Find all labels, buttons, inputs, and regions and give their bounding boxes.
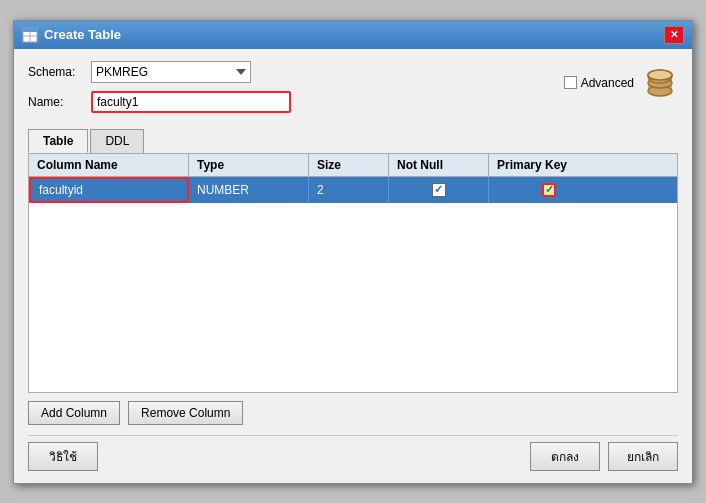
dialog-body: Schema: PKMREG Name: Advanced bbox=[14, 49, 692, 483]
cell-not-null[interactable]: ✓ bbox=[389, 177, 489, 203]
advanced-checkbox[interactable] bbox=[564, 76, 577, 89]
remove-column-button[interactable]: Remove Column bbox=[128, 401, 243, 425]
column-buttons: Add Column Remove Column bbox=[28, 401, 678, 425]
cell-size[interactable]: 2 bbox=[309, 177, 389, 203]
name-input[interactable] bbox=[91, 91, 291, 113]
col-header-type: Type bbox=[189, 154, 309, 176]
col-header-name: Column Name bbox=[29, 154, 189, 176]
schema-label: Schema: bbox=[28, 65, 83, 79]
schema-select[interactable]: PKMREG bbox=[91, 61, 251, 83]
dialog-title: Create Table bbox=[44, 27, 121, 42]
svg-point-9 bbox=[648, 70, 672, 80]
name-label: Name: bbox=[28, 95, 83, 109]
table-icon bbox=[22, 27, 38, 43]
title-bar: Create Table ✕ bbox=[14, 21, 692, 49]
not-null-checkbox[interactable]: ✓ bbox=[432, 183, 446, 197]
footer-right: ตกลง ยกเลิก bbox=[530, 442, 678, 471]
cell-type[interactable]: NUMBER bbox=[189, 177, 309, 203]
table-header: Column Name Type Size Not Null Primary K… bbox=[29, 154, 677, 177]
tab-ddl[interactable]: DDL bbox=[90, 129, 144, 153]
advanced-label: Advanced bbox=[581, 76, 634, 90]
ok-button[interactable]: ตกลง bbox=[530, 442, 600, 471]
col-header-pk: Primary Key bbox=[489, 154, 609, 176]
svg-rect-1 bbox=[23, 28, 37, 32]
close-button[interactable]: ✕ bbox=[664, 26, 684, 44]
cell-column-name[interactable]: facultyid bbox=[29, 177, 189, 203]
add-column-button[interactable]: Add Column bbox=[28, 401, 120, 425]
tab-table[interactable]: Table bbox=[28, 129, 88, 153]
tabs-container: Table DDL bbox=[28, 129, 678, 153]
primary-key-checkbox[interactable]: ✓ bbox=[542, 183, 556, 197]
database-icon bbox=[642, 65, 678, 101]
columns-table: Column Name Type Size Not Null Primary K… bbox=[28, 153, 678, 393]
col-header-notnull: Not Null bbox=[389, 154, 489, 176]
cancel-button[interactable]: ยกเลิก bbox=[608, 442, 678, 471]
table-body: facultyid NUMBER 2 ✓ bbox=[29, 177, 677, 377]
footer: วิธิใช้ ตกลง ยกเลิก bbox=[28, 435, 678, 471]
footer-left: วิธิใช้ bbox=[28, 442, 98, 471]
help-button[interactable]: วิธิใช้ bbox=[28, 442, 98, 471]
create-table-dialog: Create Table ✕ Schema: PKMREG Name: bbox=[13, 20, 693, 484]
table-row[interactable]: facultyid NUMBER 2 ✓ bbox=[29, 177, 677, 203]
cell-primary-key[interactable]: ✓ bbox=[489, 177, 609, 203]
col-header-size: Size bbox=[309, 154, 389, 176]
